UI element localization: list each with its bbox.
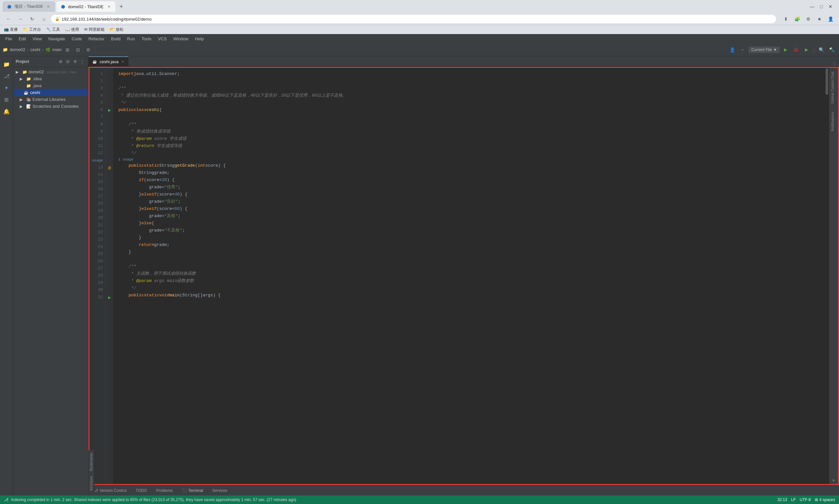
minimize-button[interactable]: — [809,3,816,10]
bottom-tab-todo[interactable]: TODO [133,487,150,494]
editor-tab-close-icon[interactable]: ✕ [121,59,124,64]
code-editor[interactable]: 1 2 3 4 5 6 7 8 9 10 11 12 1 usage 13 14… [88,67,839,485]
sidebar-project-icon[interactable]: 📁 [1,59,12,69]
bottom-tab-services[interactable]: Services [210,487,230,494]
menu-view[interactable]: View [30,36,44,42]
code-line-18: grade = "良好"; [113,198,825,205]
editor-tab-ceshi[interactable]: ☕ ceshi.java ✕ [88,56,128,66]
editor-scrollbar[interactable] [825,68,829,484]
tree-item-dome02[interactable]: ▶ 📁 dome02 sources root, ~/wo [13,69,88,75]
file-tree-more-action[interactable]: ⋮ [79,58,86,65]
sync-icon[interactable]: ⚙ [804,14,813,23]
bottom-tab-version-control[interactable]: ⎇ Version Control [91,487,129,494]
file-tree-expand-action[interactable]: ⊞ [57,58,64,65]
collapse-tree-button[interactable]: ⊟ [73,45,83,54]
gutter-29 [106,280,113,287]
inspect-button[interactable]: 🔦 [827,45,836,54]
extensions-icon[interactable]: 🧩 [792,14,802,23]
scrollbar-thumb[interactable] [825,69,828,95]
collapse-right-panel-button[interactable]: » [829,476,838,484]
run-config-chevron-icon: ▼ [773,48,777,52]
menu-tools[interactable]: Tools [139,36,154,42]
tree-item-java[interactable]: 📁 .java [13,82,88,89]
run-config-dropdown[interactable]: Current File ▼ [749,47,780,53]
status-position[interactable]: 32:13 [777,498,787,502]
settings-button[interactable]: ⚙ [84,45,93,54]
tree-item-idea[interactable]: ▶ 📁 .idea [13,75,88,82]
sidebar-notifications-icon[interactable]: 🔔 [1,106,12,116]
tab-dome02[interactable]: 🔵 dome02 - TitanIDE ✕ [56,1,115,12]
status-indent[interactable]: ⊞ 4 spaces [815,498,835,502]
menu-run[interactable]: Run [124,36,138,42]
toolbar-dome02-label: dome02 [10,47,25,52]
structure-label[interactable]: Structure [88,473,94,493]
status-line-separator[interactable]: LF [791,498,796,502]
home-button[interactable]: ⌂ [39,14,49,23]
tree-item-scratches[interactable]: ▶ 📝 Scratches and Consoles [13,103,88,110]
profile-icon[interactable]: 👤 [826,14,835,23]
menu-build[interactable]: Build [108,36,123,42]
status-encoding[interactable]: UTF-8 [800,498,811,502]
maximize-button[interactable]: □ [818,3,825,10]
code-line-26 [113,256,825,263]
bookmark-relax[interactable]: 📂 放松 [110,27,124,32]
gutter-18 [106,200,113,207]
toolbar-branch-label: main [52,47,62,52]
menu-navigate[interactable]: Navigate [46,36,68,42]
toolbar-project-area: 📁 dome02 › ceshi › 🌿 main [3,47,62,52]
account-button[interactable]: 👤 [728,45,737,54]
todo-label: TODO [136,488,147,493]
bookmark-workbench[interactable]: 📁 工作台 [23,27,41,32]
bottom-tab-problems[interactable]: Problems [154,487,176,494]
menu-help[interactable]: Help [192,36,207,42]
forward-button[interactable]: → [16,14,25,23]
sidebar-commit-icon[interactable]: ⎇ [1,71,12,81]
library-icon: 📚 [26,97,31,102]
new-tab-button[interactable]: + [117,2,126,11]
notifications-label[interactable]: Notifications [829,108,838,135]
bookmark-tools[interactable]: 🔧 工具 [46,27,60,32]
back-button[interactable]: ← [4,14,13,23]
coverage-button[interactable]: ▶ [802,45,811,54]
url-bar[interactable]: 🔒 192.168.101.144/ide/web/coding/dome02/… [51,15,776,23]
downloads-icon[interactable]: ⬇ [781,14,790,23]
tab-close-2[interactable]: ✕ [106,4,111,9]
bookmarks-label[interactable]: Bookmarks [88,450,94,473]
bookmark-star-icon[interactable]: ★ [815,14,824,23]
github-copilot-label[interactable]: GitHub Copilot Chat [829,68,838,108]
run-button[interactable]: ▶ [781,45,790,54]
toolbar-ceshi-label: ceshi [31,47,40,52]
file-tree-actions: ⊞ ⊟ ⚙ ⋮ [57,58,86,65]
bookmark-mail[interactable]: ✉ 阿里邮箱 [84,27,104,32]
expand-tree-button[interactable]: ⊞ [63,45,72,54]
terminal-icon: ⬛ [182,488,187,493]
tab-project[interactable]: 🔵 项目 - TitanIDE ✕ [3,1,55,12]
menu-window[interactable]: Window [171,36,191,42]
search-button[interactable]: 🔍 [817,45,826,54]
debug-button[interactable]: 🐞 [791,45,801,54]
reload-button[interactable]: ↻ [28,14,37,23]
sidebar-copilot-icon[interactable]: ✦ [1,83,12,93]
menu-vcs[interactable]: VCS [155,36,170,42]
gutter-11 [106,142,113,150]
sidebar-welcome-icon[interactable]: ⊞ [1,94,12,105]
bottom-panel: ⎇ Version Control TODO Problems ⬛ Termin… [88,485,839,496]
tree-item-external-libs[interactable]: ▶ 📚 External Libraries [13,96,88,103]
navigate-back-button[interactable]: ← [738,45,747,54]
close-button[interactable]: ✕ [827,3,834,10]
menu-code[interactable]: Code [69,36,85,42]
editor-tab-more[interactable]: ⋮ [829,61,839,66]
terminal-label: Terminal [188,488,203,493]
file-tree-collapse-action[interactable]: ⊟ [65,58,71,65]
tree-label-idea: .idea [32,76,41,81]
bookmark-use[interactable]: 📖 使用 [65,27,79,32]
tree-item-ceshi[interactable]: ☕ ceshi [13,89,88,96]
code-content[interactable]: import java.util.Scanner; /** * 通过在控制台输入… [113,68,825,484]
menu-refactor[interactable]: Refactor [86,36,107,42]
file-tree-settings-action[interactable]: ⚙ [72,58,78,65]
menu-file[interactable]: File [3,36,15,42]
bookmark-zhibo[interactable]: 📺 直播 [4,27,18,32]
menu-edit[interactable]: Edit [16,36,29,42]
bottom-tab-terminal[interactable]: ⬛ Terminal [179,487,206,494]
tab-close-1[interactable]: ✕ [46,4,51,9]
